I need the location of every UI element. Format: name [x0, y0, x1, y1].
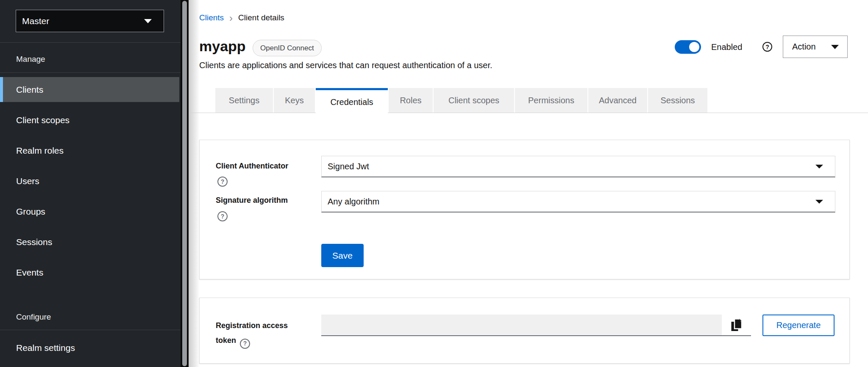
tab-sessions[interactable]: Sessions — [648, 88, 707, 113]
protocol-badge: OpenID Connect — [253, 40, 322, 56]
help-icon[interactable]: ? — [217, 211, 228, 221]
sidebar-item-label: Groups — [16, 207, 45, 217]
tab-credentials[interactable]: Credentials — [316, 88, 388, 114]
sidebar-item-label: Users — [16, 176, 39, 186]
tab-keys[interactable]: Keys — [274, 88, 315, 113]
tab-client-scopes[interactable]: Client scopes — [434, 88, 514, 113]
sidebar-item-label: Realm roles — [16, 146, 64, 156]
nav-section-title-manage: Manage — [16, 55, 45, 64]
copy-button[interactable] — [722, 315, 751, 335]
sidebar-item-label: Events — [16, 268, 43, 278]
tab-permissions[interactable]: Permissions — [515, 88, 587, 113]
breadcrumb-link-clients[interactable]: Clients — [199, 13, 224, 22]
sidebar-item-groups[interactable]: Groups — [0, 199, 179, 224]
tab-roles[interactable]: Roles — [389, 88, 433, 113]
tab-settings[interactable]: Settings — [215, 88, 273, 113]
sidebar: Master Manage Clients Client scopes Real… — [0, 0, 181, 367]
nav-section-title-configure: Configure — [16, 312, 51, 322]
client-authenticator-label: Client Authenticator — [216, 162, 288, 171]
copy-icon — [731, 318, 743, 332]
realm-selector-label: Master — [22, 16, 49, 26]
sidebar-item-realm-settings[interactable]: Realm settings — [0, 335, 179, 360]
enabled-toggle[interactable] — [675, 40, 701, 54]
page-title: myapp — [199, 38, 246, 55]
breadcrumb-current: Client details — [238, 13, 284, 22]
signature-algorithm-label: Signature algorithm — [216, 196, 288, 205]
action-dropdown-label: Action — [792, 42, 816, 52]
breadcrumb: Clients › Client details — [199, 13, 284, 22]
sidebar-item-label: Client scopes — [16, 115, 70, 125]
sidebar-shadow — [189, 0, 200, 367]
registration-token-card: Registration access token? Regenerate — [199, 298, 850, 364]
toggle-knob — [689, 42, 699, 52]
sidebar-scrollbar-thumb[interactable] — [182, 1, 187, 366]
sidebar-item-label: Realm settings — [16, 343, 75, 353]
breadcrumb-separator-icon: › — [229, 14, 233, 22]
tab-bar: Settings Keys Credentials Roles Client s… — [215, 88, 707, 114]
sidebar-item-client-scopes[interactable]: Client scopes — [0, 108, 179, 132]
client-authenticator-select[interactable]: Signed Jwt — [321, 156, 835, 177]
client-description: Clients are applications and services th… — [199, 61, 492, 70]
enabled-toggle-label: Enabled — [711, 42, 742, 52]
sidebar-item-realm-roles[interactable]: Realm roles — [0, 138, 179, 163]
client-authenticator-value: Signed Jwt — [328, 162, 369, 171]
help-icon[interactable]: ? — [762, 42, 772, 52]
credentials-card: Client Authenticator ? Signed Jwt Signat… — [199, 140, 850, 279]
sidebar-divider — [0, 72, 181, 73]
registration-access-token-label-text: Registration access token — [216, 321, 288, 345]
sidebar-item-label: Clients — [16, 85, 43, 95]
regenerate-button[interactable]: Regenerate — [762, 315, 835, 336]
tab-advanced[interactable]: Advanced — [588, 88, 647, 113]
sidebar-divider — [0, 42, 181, 43]
sidebar-item-clients[interactable]: Clients — [0, 77, 179, 102]
app-root: Master Manage Clients Client scopes Real… — [0, 0, 868, 367]
sidebar-item-users[interactable]: Users — [0, 168, 179, 193]
save-button[interactable]: Save — [321, 244, 364, 267]
chevron-down-icon — [144, 19, 152, 23]
signature-algorithm-select[interactable]: Any algorithm — [321, 191, 835, 212]
help-icon[interactable]: ? — [240, 339, 250, 349]
sidebar-item-label: Sessions — [16, 237, 52, 247]
sidebar-item-events[interactable]: Events — [0, 260, 179, 285]
registration-access-token-label: Registration access token? — [216, 318, 308, 349]
token-input-group — [321, 315, 751, 336]
signature-algorithm-value: Any algorithm — [328, 197, 379, 207]
chevron-down-icon — [815, 165, 823, 168]
help-icon[interactable]: ? — [217, 177, 228, 187]
realm-selector-button[interactable]: Master — [16, 10, 164, 32]
sidebar-scrollbar-track — [181, 0, 189, 367]
sidebar-item-sessions[interactable]: Sessions — [0, 229, 179, 254]
action-dropdown-button[interactable]: Action — [783, 36, 848, 58]
sidebar-divider — [0, 330, 181, 330]
chevron-down-icon — [815, 200, 823, 204]
chevron-down-icon — [831, 45, 839, 49]
registration-access-token-input[interactable] — [321, 315, 722, 335]
